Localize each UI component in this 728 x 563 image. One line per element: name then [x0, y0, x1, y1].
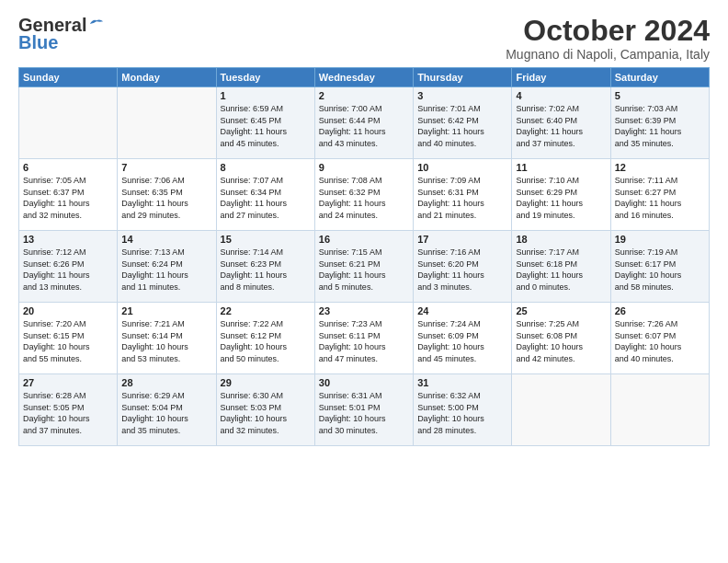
day-info: Sunrise: 6:59 AM Sunset: 6:45 PM Dayligh… [221, 103, 311, 149]
day-cell [512, 374, 610, 446]
day-info: Sunrise: 7:24 AM Sunset: 6:09 PM Dayligh… [417, 318, 507, 364]
day-info: Sunrise: 6:31 AM Sunset: 5:01 PM Dayligh… [319, 390, 409, 436]
day-cell: 15Sunrise: 7:14 AM Sunset: 6:23 PM Dayli… [216, 231, 314, 303]
day-cell: 16Sunrise: 7:15 AM Sunset: 6:21 PM Dayli… [314, 231, 413, 303]
day-cell: 17Sunrise: 7:16 AM Sunset: 6:20 PM Dayli… [414, 231, 512, 303]
day-number: 1 [221, 90, 311, 101]
day-cell: 4Sunrise: 7:02 AM Sunset: 6:40 PM Daylig… [512, 87, 610, 159]
day-info: Sunrise: 6:32 AM Sunset: 5:00 PM Dayligh… [417, 390, 507, 436]
day-info: Sunrise: 7:15 AM Sunset: 6:21 PM Dayligh… [319, 247, 409, 293]
day-info: Sunrise: 7:05 AM Sunset: 6:37 PM Dayligh… [23, 175, 113, 221]
day-number: 8 [221, 162, 311, 173]
day-number: 13 [23, 234, 113, 245]
day-info: Sunrise: 7:16 AM Sunset: 6:20 PM Dayligh… [417, 247, 507, 293]
day-info: Sunrise: 7:00 AM Sunset: 6:44 PM Dayligh… [319, 103, 409, 149]
day-info: Sunrise: 7:21 AM Sunset: 6:14 PM Dayligh… [121, 318, 211, 364]
logo-bird-icon [88, 17, 105, 29]
day-info: Sunrise: 7:20 AM Sunset: 6:15 PM Dayligh… [23, 318, 113, 364]
day-info: Sunrise: 7:25 AM Sunset: 6:08 PM Dayligh… [516, 318, 606, 364]
day-cell: 30Sunrise: 6:31 AM Sunset: 5:01 PM Dayli… [314, 374, 413, 446]
day-info: Sunrise: 6:28 AM Sunset: 5:05 PM Dayligh… [23, 390, 113, 436]
col-header-friday: Friday [512, 68, 610, 87]
day-cell: 14Sunrise: 7:13 AM Sunset: 6:24 PM Dayli… [118, 231, 216, 303]
day-number: 28 [121, 377, 211, 388]
week-row-2: 6Sunrise: 7:05 AM Sunset: 6:37 PM Daylig… [19, 159, 710, 231]
week-row-4: 20Sunrise: 7:20 AM Sunset: 6:15 PM Dayli… [19, 303, 710, 374]
day-number: 7 [121, 162, 211, 173]
col-header-wednesday: Wednesday [314, 68, 413, 87]
day-number: 16 [319, 234, 409, 245]
day-cell: 19Sunrise: 7:19 AM Sunset: 6:17 PM Dayli… [610, 231, 709, 303]
day-cell: 25Sunrise: 7:25 AM Sunset: 6:08 PM Dayli… [512, 303, 610, 374]
day-info: Sunrise: 7:09 AM Sunset: 6:31 PM Dayligh… [417, 175, 507, 221]
day-number: 6 [23, 162, 113, 173]
day-cell: 20Sunrise: 7:20 AM Sunset: 6:15 PM Dayli… [19, 303, 118, 374]
title-block: October 2024 Mugnano di Napoli, Campania… [506, 15, 710, 62]
day-number: 19 [615, 234, 705, 245]
day-cell: 27Sunrise: 6:28 AM Sunset: 5:05 PM Dayli… [19, 374, 118, 446]
day-cell: 1Sunrise: 6:59 AM Sunset: 6:45 PM Daylig… [216, 87, 314, 159]
day-info: Sunrise: 7:08 AM Sunset: 6:32 PM Dayligh… [319, 175, 409, 221]
page: General Blue October 2024 Mugnano di Nap… [0, 0, 728, 455]
day-info: Sunrise: 7:03 AM Sunset: 6:39 PM Dayligh… [615, 103, 705, 149]
day-number: 31 [417, 377, 507, 388]
col-header-monday: Monday [118, 68, 216, 87]
day-cell: 28Sunrise: 6:29 AM Sunset: 5:04 PM Dayli… [118, 374, 216, 446]
week-row-3: 13Sunrise: 7:12 AM Sunset: 6:26 PM Dayli… [19, 231, 710, 303]
day-cell: 5Sunrise: 7:03 AM Sunset: 6:39 PM Daylig… [610, 87, 709, 159]
week-row-1: 1Sunrise: 6:59 AM Sunset: 6:45 PM Daylig… [19, 87, 710, 159]
day-number: 17 [417, 234, 507, 245]
day-cell: 29Sunrise: 6:30 AM Sunset: 5:03 PM Dayli… [216, 374, 314, 446]
day-cell [610, 374, 709, 446]
day-info: Sunrise: 7:26 AM Sunset: 6:07 PM Dayligh… [615, 318, 705, 364]
day-number: 30 [319, 377, 409, 388]
day-number: 24 [417, 305, 507, 316]
header: General Blue October 2024 Mugnano di Nap… [18, 15, 710, 62]
day-number: 9 [319, 162, 409, 173]
day-number: 5 [615, 90, 705, 101]
day-number: 25 [516, 305, 606, 316]
location-title: Mugnano di Napoli, Campania, Italy [506, 47, 710, 62]
day-info: Sunrise: 6:30 AM Sunset: 5:03 PM Dayligh… [221, 390, 311, 436]
day-number: 22 [221, 305, 311, 316]
day-cell: 7Sunrise: 7:06 AM Sunset: 6:35 PM Daylig… [118, 159, 216, 231]
col-header-thursday: Thursday [414, 68, 512, 87]
day-number: 29 [221, 377, 311, 388]
day-cell: 13Sunrise: 7:12 AM Sunset: 6:26 PM Dayli… [19, 231, 118, 303]
day-number: 4 [516, 90, 606, 101]
day-cell [19, 87, 118, 159]
day-number: 11 [516, 162, 606, 173]
day-info: Sunrise: 7:06 AM Sunset: 6:35 PM Dayligh… [121, 175, 211, 221]
day-number: 2 [319, 90, 409, 101]
day-cell: 10Sunrise: 7:09 AM Sunset: 6:31 PM Dayli… [414, 159, 512, 231]
day-info: Sunrise: 7:10 AM Sunset: 6:29 PM Dayligh… [516, 175, 606, 221]
day-number: 18 [516, 234, 606, 245]
day-cell: 23Sunrise: 7:23 AM Sunset: 6:11 PM Dayli… [314, 303, 413, 374]
day-info: Sunrise: 7:23 AM Sunset: 6:11 PM Dayligh… [319, 318, 409, 364]
day-info: Sunrise: 7:02 AM Sunset: 6:40 PM Dayligh… [516, 103, 606, 149]
day-cell: 26Sunrise: 7:26 AM Sunset: 6:07 PM Dayli… [610, 303, 709, 374]
logo: General Blue [18, 15, 105, 53]
day-info: Sunrise: 6:29 AM Sunset: 5:04 PM Dayligh… [121, 390, 211, 436]
day-number: 23 [319, 305, 409, 316]
day-number: 26 [615, 305, 705, 316]
col-header-sunday: Sunday [19, 68, 118, 87]
day-info: Sunrise: 7:11 AM Sunset: 6:27 PM Dayligh… [615, 175, 705, 221]
day-number: 15 [221, 234, 311, 245]
day-number: 10 [417, 162, 507, 173]
day-cell: 31Sunrise: 6:32 AM Sunset: 5:00 PM Dayli… [414, 374, 512, 446]
day-cell: 12Sunrise: 7:11 AM Sunset: 6:27 PM Dayli… [610, 159, 709, 231]
month-title: October 2024 [506, 15, 710, 47]
day-info: Sunrise: 7:22 AM Sunset: 6:12 PM Dayligh… [221, 318, 311, 364]
day-cell [118, 87, 216, 159]
col-header-saturday: Saturday [610, 68, 709, 87]
day-cell: 2Sunrise: 7:00 AM Sunset: 6:44 PM Daylig… [314, 87, 413, 159]
col-header-tuesday: Tuesday [216, 68, 314, 87]
day-number: 14 [121, 234, 211, 245]
day-number: 27 [23, 377, 113, 388]
day-cell: 9Sunrise: 7:08 AM Sunset: 6:32 PM Daylig… [314, 159, 413, 231]
day-cell: 22Sunrise: 7:22 AM Sunset: 6:12 PM Dayli… [216, 303, 314, 374]
day-cell: 21Sunrise: 7:21 AM Sunset: 6:14 PM Dayli… [118, 303, 216, 374]
day-info: Sunrise: 7:12 AM Sunset: 6:26 PM Dayligh… [23, 247, 113, 293]
day-info: Sunrise: 7:14 AM Sunset: 6:23 PM Dayligh… [221, 247, 311, 293]
